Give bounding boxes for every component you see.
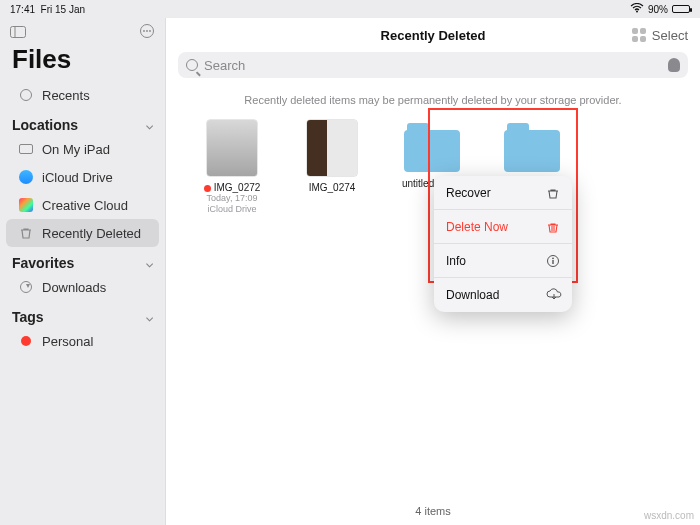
- recover-icon: [546, 186, 560, 200]
- sidebar-section-locations[interactable]: Locations ⌵: [0, 109, 165, 135]
- ctx-info[interactable]: Info: [434, 244, 572, 278]
- view-grid-icon[interactable]: [632, 28, 646, 42]
- more-icon[interactable]: [139, 23, 155, 43]
- chevron-down-icon: ⌵: [146, 118, 153, 132]
- status-time: 17:41: [10, 4, 35, 15]
- svg-point-5: [146, 30, 148, 32]
- sidebar-item-label: Downloads: [42, 280, 106, 295]
- select-button[interactable]: Select: [652, 28, 688, 43]
- ctx-delete-now[interactable]: Delete Now: [434, 210, 572, 244]
- sidebar-toggle-icon[interactable]: [10, 24, 26, 42]
- sidebar-item-label: Recently Deleted: [42, 226, 141, 241]
- tag-dot-icon: [204, 185, 211, 192]
- sidebar-item-label: On My iPad: [42, 142, 110, 157]
- sidebar: Files Recents Locations ⌵ On My iPad iCl…: [0, 18, 165, 525]
- chevron-down-icon: ⌵: [146, 310, 153, 324]
- ipad-icon: [19, 144, 33, 154]
- file-thumbnail: [207, 120, 257, 176]
- sidebar-section-favorites[interactable]: Favorites ⌵: [0, 247, 165, 273]
- sidebar-item-downloads[interactable]: Downloads: [6, 273, 159, 301]
- content-area: Recently Deleted Select Search Recently …: [165, 18, 700, 525]
- svg-point-4: [143, 30, 145, 32]
- ctx-download[interactable]: Download: [434, 278, 572, 312]
- sidebar-item-label: iCloud Drive: [42, 170, 113, 185]
- file-thumbnail: [307, 120, 357, 176]
- sidebar-item-creativecloud[interactable]: Creative Cloud: [6, 191, 159, 219]
- page-title: Recently Deleted: [381, 28, 486, 43]
- context-menu: Recover Delete Now Info: [434, 176, 572, 312]
- sidebar-section-tags[interactable]: Tags ⌵: [0, 301, 165, 327]
- search-placeholder: Search: [204, 58, 245, 73]
- mic-icon[interactable]: [668, 58, 680, 72]
- wifi-icon: [630, 3, 644, 15]
- app-title: Files: [0, 44, 165, 81]
- folder-icon: [504, 130, 560, 172]
- item-count: 4 items: [166, 505, 700, 517]
- creative-cloud-icon: [19, 198, 33, 212]
- status-bar: 17:41 Fri 15 Jan 90%: [0, 0, 700, 18]
- sidebar-item-recentlydeleted[interactable]: Recently Deleted: [6, 219, 159, 247]
- sidebar-item-label: Creative Cloud: [42, 198, 128, 213]
- search-icon: [186, 59, 198, 71]
- status-date: Fri 15 Jan: [41, 4, 85, 15]
- file-item[interactable]: IMG_0274: [296, 120, 368, 193]
- battery-icon: [672, 5, 690, 13]
- sidebar-item-iclouddrive[interactable]: iCloud Drive: [6, 163, 159, 191]
- watermark: wsxdn.com: [644, 510, 694, 521]
- info-icon: [546, 254, 560, 268]
- tag-dot-icon: [21, 336, 31, 346]
- trash-icon: [546, 220, 560, 234]
- svg-point-6: [149, 30, 151, 32]
- sidebar-item-label: Recents: [42, 88, 90, 103]
- download-icon: [20, 281, 32, 293]
- folder-icon: [404, 130, 460, 172]
- clock-icon: [20, 89, 32, 101]
- sidebar-item-onmyipad[interactable]: On My iPad: [6, 135, 159, 163]
- battery-percent: 90%: [648, 4, 668, 15]
- search-input[interactable]: Search: [178, 52, 688, 78]
- file-grid: IMG_0272 Today, 17:09 iCloud Drive IMG_0…: [166, 114, 700, 221]
- svg-rect-1: [11, 27, 26, 38]
- ctx-recover[interactable]: Recover: [434, 176, 572, 210]
- file-item[interactable]: IMG_0272 Today, 17:09 iCloud Drive: [196, 120, 268, 215]
- svg-rect-9: [552, 260, 553, 264]
- sidebar-item-tag-personal[interactable]: Personal: [6, 327, 159, 355]
- svg-point-0: [636, 11, 638, 13]
- sidebar-item-label: Personal: [42, 334, 93, 349]
- cloud-icon: [19, 170, 33, 184]
- deleted-note: Recently deleted items may be permanentl…: [166, 84, 700, 114]
- svg-point-8: [552, 257, 554, 259]
- trash-icon: [18, 225, 34, 241]
- cloud-download-icon: [546, 288, 560, 302]
- chevron-down-icon: ⌵: [146, 256, 153, 270]
- sidebar-recents[interactable]: Recents: [6, 81, 159, 109]
